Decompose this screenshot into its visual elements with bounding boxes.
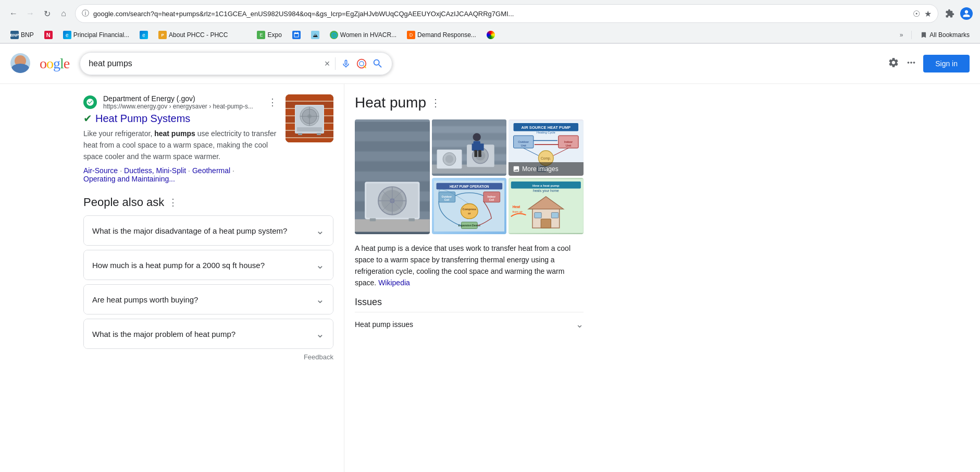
svg-text:Outdoor: Outdoor (441, 196, 452, 198)
location-icon[interactable]: ☉ (913, 9, 920, 19)
kp-image-small-2[interactable]: AIR SOURCE HEAT PUMP Heating Cycle Outdo… (508, 119, 584, 176)
link-separator-2: · (188, 166, 190, 175)
all-bookmarks-button[interactable]: All Bookmarks (916, 30, 974, 40)
result-link-ductless[interactable]: Ductless, Mini-Split (124, 166, 186, 175)
google-lens-button[interactable] (356, 58, 367, 69)
bookmark-women[interactable]: 🌐 Women in HVACR... (326, 29, 401, 41)
svg-text:Coil: Coil (444, 199, 449, 201)
extensions-button[interactable] (942, 6, 957, 21)
kp-image-small-1[interactable] (432, 119, 507, 176)
wikipedia-link[interactable]: Wikipedia (378, 279, 410, 287)
svg-text:Indoor: Indoor (564, 140, 573, 143)
header-right: Sign in (888, 55, 970, 72)
result-more-button[interactable]: ⋮ (268, 96, 277, 108)
google-logo[interactable]: G o o g l e (10, 52, 69, 75)
search-clear-button[interactable]: × (325, 58, 330, 69)
kp-more-button[interactable]: ⋮ (430, 96, 441, 109)
bookmarks-bar: BNP BNP N e Principal Financial... e P A… (0, 27, 980, 43)
svg-rect-16 (286, 137, 333, 138)
settings-button[interactable] (888, 57, 899, 71)
paa-item-3: Are heat pumps worth buying? ⌄ (83, 284, 333, 314)
svg-text:Heat: Heat (513, 205, 520, 209)
svg-text:HEAT PUMP OPERATION: HEAT PUMP OPERATION (450, 185, 489, 188)
svg-text:Coil: Coil (489, 199, 494, 201)
address-bar[interactable]: ⓘ google.com/search?q=heat+pumps&rlz=1C1… (75, 4, 938, 23)
apps-button[interactable] (905, 57, 917, 71)
bookmark-ms[interactable] (234, 29, 251, 41)
reload-button[interactable]: ↻ (40, 6, 54, 21)
bookmark-label-demand: Demand Response... (417, 31, 476, 39)
kp-heat-pump-svg (355, 119, 430, 234)
result-link-air-source[interactable]: Air-Source (83, 166, 118, 175)
search-submit-button[interactable] (372, 58, 383, 69)
svg-rect-54 (432, 134, 507, 139)
paa-question-2[interactable]: How much is a heat pump for a 2000 sq ft… (84, 250, 333, 280)
kp-issues-item[interactable]: Heat pump issues ⌄ (355, 312, 584, 336)
paa-question-4[interactable]: What is the major problem of heat pump? … (84, 319, 333, 348)
paa-question-3[interactable]: Are heat pumps worth buying? ⌄ (84, 285, 333, 314)
kp-sm4-svg: How a heat pump heats your home (508, 178, 584, 234)
bookmark-bnp[interactable]: BNP BNP (6, 29, 38, 41)
knowledge-panel: Heat pump ⋮ (344, 84, 594, 472)
svg-text:Outdoor: Outdoor (518, 140, 529, 143)
bookmark-label-phcc: About PHCC - PHCC (169, 31, 228, 39)
svg-rect-72 (474, 150, 477, 157)
more-images-overlay[interactable]: More images (508, 162, 584, 176)
svg-rect-52 (432, 119, 507, 125)
more-images-label: More images (522, 165, 558, 173)
result-link-operating[interactable]: Operating and Maintaining... (83, 175, 175, 183)
svg-point-101 (461, 203, 478, 219)
search-box-container: heat pumps × (80, 52, 392, 75)
bookmark-expo[interactable]: E Expo (253, 29, 286, 41)
svg-text:Expansion Device: Expansion Device (458, 224, 480, 227)
search-box[interactable]: heat pumps × (80, 52, 392, 75)
svg-rect-113 (535, 212, 541, 218)
bookmark-favicon-colorful (487, 31, 495, 39)
result-favicon (83, 95, 97, 109)
home-button[interactable]: ⌂ (56, 6, 71, 21)
results-column: Department of Energy (.gov) https://www.… (0, 84, 344, 472)
kp-image-small-3[interactable]: HEAT PUMP OPERATION Outdoor Coil Indoor … (432, 178, 507, 234)
google-header: G o o g l e heat pumps × (0, 44, 980, 84)
bookmark-mountain[interactable]: ⛰ (307, 29, 324, 41)
security-icon: ⓘ (82, 9, 89, 18)
paa-item-1: What is the major disadvantage of a heat… (83, 215, 333, 246)
svg-point-68 (473, 133, 480, 141)
profile-button[interactable] (959, 6, 974, 21)
kp-title-row: Heat pump ⋮ (355, 94, 584, 111)
source-url: https://www.energy.gov › energysaver › h… (103, 103, 253, 110)
svg-text:or: or (468, 212, 471, 215)
kp-images-grid: AIR SOURCE HEAT PUMP Heating Cycle Outdo… (355, 119, 584, 234)
kp-image-small-4[interactable]: How a heat pump heats your home (508, 178, 584, 234)
svg-text:Unit: Unit (521, 144, 527, 147)
svg-text:Comp.: Comp. (541, 156, 551, 161)
paa-question-text-2: How much is a heat pump for a 2000 sq ft… (92, 261, 265, 270)
paa-title: People also ask (83, 196, 164, 209)
bookmark-n[interactable]: N (40, 29, 57, 41)
bookmark-label-bnp: BNP (21, 31, 34, 39)
bookmark-colorful[interactable] (482, 29, 499, 41)
bookmark-favicon-phcc: P (158, 31, 167, 39)
result-thumbnail (286, 94, 333, 142)
forward-button[interactable]: → (23, 6, 38, 21)
bookmark-pf[interactable]: e Principal Financial... (59, 29, 133, 41)
voice-search-button[interactable] (341, 58, 351, 69)
bookmark-phcc[interactable]: P About PHCC - PHCC (154, 29, 232, 41)
kp-image-large[interactable] (355, 119, 430, 234)
paa-more-button[interactable]: ⋮ (168, 197, 178, 208)
svg-point-1 (359, 62, 364, 66)
bookmarks-more-button[interactable]: » (896, 30, 908, 40)
bookmark-star-icon[interactable]: ★ (924, 9, 932, 19)
bookmark-edge2[interactable]: e (135, 29, 152, 41)
feedback-link[interactable]: Feedback (83, 353, 333, 361)
bookmark-cal[interactable] (288, 29, 305, 41)
bookmark-favicon-edge2: e (140, 31, 148, 39)
sign-in-button[interactable]: Sign in (923, 55, 970, 72)
bookmark-demand[interactable]: D Demand Response... (403, 29, 480, 41)
result-title[interactable]: ✔ Heat Pump Systems (83, 112, 277, 125)
back-button[interactable]: ← (6, 6, 21, 21)
paa-chevron-3: ⌄ (316, 293, 325, 306)
paa-chevron-4: ⌄ (316, 328, 325, 340)
paa-question-1[interactable]: What is the major disadvantage of a heat… (84, 216, 333, 245)
result-link-geothermal[interactable]: Geothermal (192, 166, 230, 175)
